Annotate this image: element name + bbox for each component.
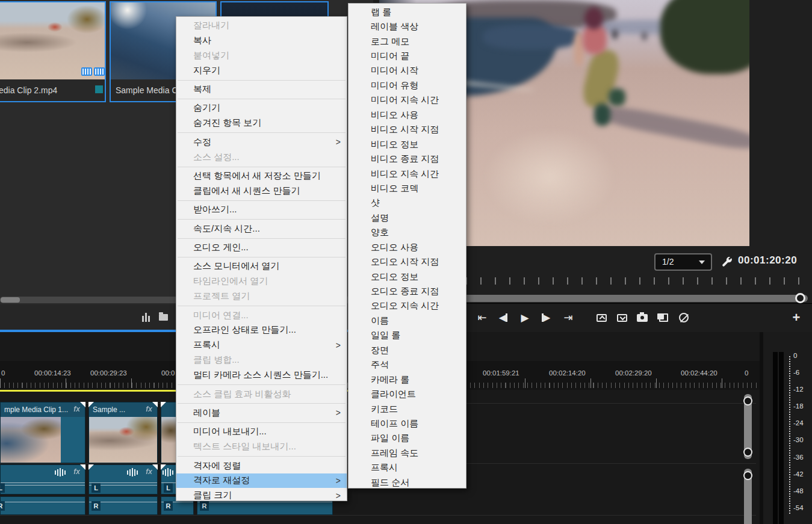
scrollbar-knob[interactable]: [743, 471, 752, 480]
context-menu-item[interactable]: 타임라인에서 열기 >: [176, 274, 347, 289]
waveform-badge-icon[interactable]: [94, 67, 105, 76]
submenu-item[interactable]: 프레임 속도: [349, 446, 466, 460]
submenu-item[interactable]: 비디오 종료 지점: [349, 152, 466, 166]
context-menu-item[interactable]: 클립 크기 >: [176, 488, 347, 503]
context-menu-item[interactable]: 선택 항목에서 새 저장소 만들기 >: [176, 168, 347, 183]
submenu-item[interactable]: 오디오 사용: [349, 240, 466, 254]
submenu-item[interactable]: 장면: [349, 343, 466, 357]
context-menu-item[interactable]: 소스 모니터에서 열기 >: [176, 259, 347, 274]
context-menu-item[interactable]: 소스 설정... >: [176, 150, 347, 165]
submenu-item[interactable]: 미디어 지속 시간: [349, 93, 466, 108]
volume-band[interactable]: [1, 502, 85, 502]
play-icon[interactable]: ▶: [517, 310, 533, 325]
context-menu-item[interactable]: 텍스트 스타일 내보내기... >: [176, 439, 347, 454]
clip2-select-check[interactable]: [95, 85, 103, 93]
step-back-icon[interactable]: ◀: [495, 310, 511, 325]
submenu-item[interactable]: 이름: [349, 313, 466, 328]
submenu-item[interactable]: 카메라 롤: [349, 372, 466, 387]
go-to-out-icon[interactable]: ⇥: [560, 310, 576, 325]
context-menu-item[interactable]: 클립에서 새 시퀀스 만들기 >: [176, 183, 347, 199]
submenu-item[interactable]: 파일 이름: [349, 431, 466, 446]
submenu-item[interactable]: 오디오 지속 시간: [349, 299, 466, 313]
submenu-item[interactable]: 미디어 끝: [349, 49, 466, 63]
context-menu-item[interactable]: 받아쓰기... >: [176, 202, 347, 217]
context-menu-item[interactable]: 격자에 정렬 >: [176, 458, 347, 473]
context-menu-item[interactable]: 멀티 카메라 소스 시퀀스 만들기... >: [176, 368, 347, 383]
submenu-item[interactable]: 필드 순서: [349, 475, 466, 490]
context-menu-item[interactable]: 클립 병합... >: [176, 353, 347, 368]
context-menu-item[interactable]: 소스 클립 효과 비활성화 >: [176, 387, 347, 402]
submenu-item[interactable]: 주석: [349, 358, 466, 372]
fx-badge-icon[interactable]: fx: [73, 467, 80, 476]
submenu-item[interactable]: 미디어 시작: [349, 64, 466, 78]
extract-icon[interactable]: [614, 310, 630, 325]
submenu-item[interactable]: 미디어 유형: [349, 78, 466, 93]
audio-track-scrollbar[interactable]: [744, 469, 752, 524]
submenu-item[interactable]: 설명: [349, 211, 466, 225]
context-menu-item[interactable]: 복사 >: [176, 33, 347, 48]
video-clip-2[interactable]: Sample ... fx: [88, 402, 158, 463]
export-frame-icon[interactable]: [634, 310, 650, 325]
context-menu-item[interactable]: 레이블 >: [176, 405, 347, 421]
context-menu-item[interactable]: 숨겨진 항목 보기 >: [176, 116, 347, 131]
submenu-item[interactable]: 랩 롤: [349, 5, 466, 19]
context-menu-item[interactable]: 숨기기 >: [176, 100, 347, 116]
project-scrollbar-thumb[interactable]: [1, 297, 20, 303]
context-menu-item[interactable]: 붙여넣기 >: [176, 48, 347, 63]
submenu-item[interactable]: 비디오 시작 지점: [349, 123, 466, 137]
filmstrip-badge-icon[interactable]: [81, 67, 92, 76]
audio-clip-1-right[interactable]: R: [0, 496, 85, 515]
submenu-item[interactable]: 비디오 사용: [349, 108, 466, 122]
video-clip-1[interactable]: mple Media Clip 1... fx: [0, 402, 85, 463]
context-menu-item[interactable]: 오프라인 상태로 만들기... >: [176, 323, 347, 338]
go-to-in-icon[interactable]: ⇤: [474, 310, 490, 325]
add-button-icon[interactable]: +: [789, 310, 804, 325]
submenu-item[interactable]: 로그 메모: [349, 34, 466, 49]
step-forward-icon[interactable]: ▶: [538, 310, 554, 325]
scrollbar-knob[interactable]: [743, 396, 752, 405]
context-menu-item[interactable]: 미디어 연결... >: [176, 308, 347, 323]
submenu-item[interactable]: 오디오 시작 지점: [349, 254, 466, 269]
fx-badge-icon[interactable]: fx: [146, 467, 152, 476]
submenu-item[interactable]: 비디오 지속 시간: [349, 167, 466, 181]
multicam-toggle-icon[interactable]: [676, 310, 692, 325]
audio-clip-2-right[interactable]: R: [88, 496, 158, 515]
context-menu-item[interactable]: 잘라내기 >: [176, 18, 347, 33]
submenu-item[interactable]: 비디오 정보: [349, 137, 466, 152]
playback-resolution-select[interactable]: 1/2: [654, 253, 712, 271]
submenu-item[interactable]: 양호: [349, 226, 466, 240]
media-card-clip2[interactable]: edia Clip 2.mp4: [0, 1, 106, 102]
volume-band[interactable]: [1, 482, 85, 483]
context-menu-item[interactable]: 속도/지속 시간... >: [176, 221, 347, 236]
context-menu-item[interactable]: 지우기 >: [176, 63, 347, 78]
submenu-item[interactable]: 샷: [349, 196, 466, 211]
video-track-scrollbar[interactable]: [744, 394, 752, 459]
context-menu-item[interactable]: 수정 >: [176, 135, 347, 150]
scrollbar-knob[interactable]: [743, 448, 752, 457]
submenu-item[interactable]: 일일 롤: [349, 328, 466, 343]
new-bin-icon[interactable]: [159, 314, 168, 321]
lift-icon[interactable]: [594, 310, 609, 325]
submenu-item[interactable]: 레이블 색상: [349, 19, 466, 34]
submenu-item[interactable]: 오디오 정보: [349, 270, 466, 284]
submenu-item[interactable]: 키코드: [349, 402, 466, 416]
volume-band[interactable]: [1, 485, 85, 485]
submenu-item[interactable]: 비디오 코덱: [349, 181, 466, 196]
fx-badge-icon[interactable]: fx: [146, 405, 152, 413]
audio-clip-2-left[interactable]: fx L: [88, 464, 158, 495]
settings-wrench-icon[interactable]: [720, 255, 733, 268]
context-menu-item[interactable]: 복제 >: [176, 82, 347, 97]
context-menu-item[interactable]: 프로젝트 열기 >: [176, 289, 347, 304]
submenu-item[interactable]: 오디오 종료 지점: [349, 284, 466, 298]
context-menu-item[interactable]: 프록시 >: [176, 338, 347, 353]
submenu-item[interactable]: 테이프 이름: [349, 416, 466, 431]
fx-badge-icon[interactable]: fx: [73, 405, 80, 413]
audio-clip-1-left[interactable]: fx L: [0, 464, 85, 495]
submenu-item[interactable]: 클라이언트: [349, 387, 466, 401]
context-menu-item[interactable]: 미디어 내보내기... >: [176, 424, 347, 439]
playhead-knob[interactable]: [795, 293, 805, 303]
context-menu-item[interactable]: 격자로 재설정 >: [176, 473, 347, 489]
submenu-item[interactable]: 프록시: [349, 461, 466, 475]
icon-view-icon[interactable]: [142, 313, 152, 322]
comparison-view-icon[interactable]: [655, 310, 671, 325]
